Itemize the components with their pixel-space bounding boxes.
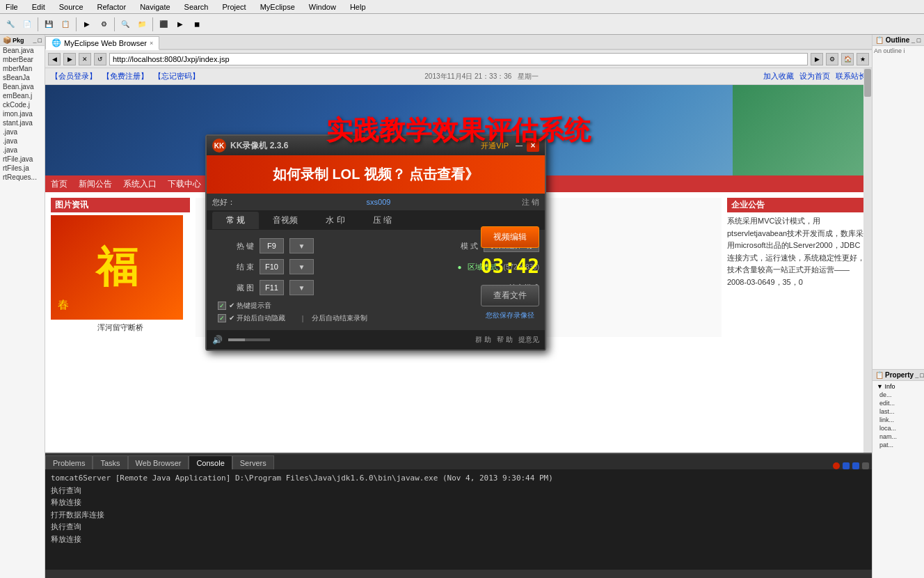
file-tree-item[interactable]: rtFiles.ja [0,164,45,173]
refresh-button[interactable]: ↺ [94,53,106,65]
file-tree-item[interactable]: ckCode.j [0,100,45,109]
toolbar-btn-8[interactable]: 📁 [134,17,150,32]
site-home-link[interactable]: 设为首页 [799,71,830,81]
site-contact-link[interactable]: 联系站长 [836,71,866,81]
kk-hide-dropdown[interactable]: ▼ [289,280,314,295]
tab-console[interactable]: Console [189,455,232,469]
menu-myeclipse[interactable]: MyEclipse [257,3,298,11]
file-tree-item[interactable]: .java [0,146,45,155]
site-favorite-link[interactable]: 加入收藏 [763,71,794,81]
stop-button[interactable]: ✕ [79,53,91,65]
toolbar-btn-4[interactable]: 📋 [58,17,73,32]
file-tree-minimize[interactable]: _ [33,37,37,44]
kk-tab-watermark[interactable]: 水 印 [312,212,358,229]
toolbar-btn-7[interactable]: 🔍 [118,17,133,32]
menu-refactor[interactable]: Refactor [95,3,129,11]
toolbar-btn-11[interactable]: ◼ [189,17,205,32]
kk-hide-key[interactable]: F11 [260,280,284,295]
company-notice-text: 系统采用MVC设计模式，用ptservletjavabean技术开发而成，数库采… [727,215,866,289]
kk-start-dropdown[interactable]: ▼ [289,238,314,253]
file-tree-panel: 📦 Pkg _ □ Bean.java mberBear mberMan sBe… [0,35,45,578]
browser-bookmark[interactable]: ★ [857,53,869,65]
file-tree-item[interactable]: sBeanJa [0,73,45,82]
menu-window[interactable]: Window [306,3,339,11]
toolbar-btn-10[interactable]: ▶ [173,17,188,32]
file-tree-item[interactable]: stant.java [0,118,45,127]
file-tree-maximize[interactable]: □ [38,37,42,44]
browser-settings[interactable]: ⚙ [826,53,838,65]
tab-problems[interactable]: Problems [45,455,93,469]
kk-group-button[interactable]: 群 助 [475,335,491,345]
file-tree-item[interactable]: rtReques... [0,173,45,182]
toolbar-btn-2[interactable]: 📄 [19,17,35,32]
kk-stop-key[interactable]: F10 [260,259,284,274]
tab-web-browser[interactable]: Web Browser [128,455,189,469]
forward-button[interactable]: ▶ [63,53,76,65]
tab-servers[interactable]: Servers [232,455,274,469]
browser-home[interactable]: 🏠 [841,53,854,65]
property-subitem-6: pat... [874,441,923,449]
browser-tab[interactable]: 🌐 MyEclipse Web Browser × [45,36,159,50]
outline-minimize[interactable]: _ [911,37,915,44]
file-tree-item[interactable]: rtFile.java [0,155,45,164]
console-clear-2[interactable] [852,462,859,469]
menu-source[interactable]: Source [56,3,86,11]
console-stop[interactable] [833,462,840,469]
file-tree-item[interactable]: .java [0,136,45,146]
go-button[interactable]: ▶ [811,53,823,65]
site-register-link[interactable]: 【免费注册】 [102,71,148,81]
file-tree-item[interactable]: .java [0,127,45,136]
kk-start-key[interactable]: F9 [260,238,284,253]
property-minimize[interactable]: _ [915,372,918,379]
menu-project[interactable]: Project [219,3,248,11]
file-tree-item[interactable]: imon.java [0,109,45,118]
kk-feedback-button[interactable]: 提意见 [518,335,539,345]
kk-help-button[interactable]: 帮 助 [497,335,513,345]
tab-tasks[interactable]: Tasks [93,455,127,469]
kk-view-file-button[interactable]: 查看文件 [481,285,539,306]
menu-navigate[interactable]: Navigate [137,3,173,11]
site-nav-system[interactable]: 系统入口 [123,178,157,190]
file-tree-item[interactable]: emBean.j [0,91,45,100]
file-tree-item[interactable]: Bean.java [0,82,45,91]
toolbar-btn-5[interactable]: ▶ [79,17,95,32]
console-clear-1[interactable] [843,462,850,469]
outline-maximize[interactable]: □ [917,37,921,44]
news-image-char: 福 [96,240,138,296]
site-nav-news[interactable]: 新闻公告 [79,178,112,190]
kk-hotkey-sound-checkbox[interactable] [218,302,226,310]
toolbar-btn-1[interactable]: 🔧 [3,17,18,32]
kk-tab-general[interactable]: 常 规 [212,212,259,229]
menu-edit[interactable]: Edit [29,3,48,11]
site-nav-home[interactable]: 首页 [51,178,67,190]
menu-search[interactable]: Search [182,3,212,11]
file-tree-item[interactable]: mberBear [0,55,45,64]
kk-edit-video-button[interactable]: 视频编辑 [481,226,539,248]
scrollbar-thumb[interactable] [864,69,871,97]
browser-scrollbar[interactable] [863,68,872,453]
toolbar-btn-9[interactable]: ⬛ [156,17,171,32]
site-nav-download[interactable]: 下载中心 [168,178,201,190]
site-login-link[interactable]: 【会员登录】 [51,71,97,81]
url-bar[interactable] [109,53,808,65]
kk-tab-audiovideo[interactable]: 音视频 [259,212,312,229]
menu-file[interactable]: File [3,3,21,11]
file-tree-item[interactable]: Bean.java [0,46,45,55]
kk-auto-hide-checkbox[interactable] [218,314,226,322]
kk-ad-banner[interactable]: 如何录制 LOL 视频？ 点击查看》 [207,155,545,194]
browser-tab-close[interactable]: × [150,40,153,47]
kk-stop-dropdown[interactable]: ▼ [289,259,314,274]
kk-volume-slider[interactable] [228,338,270,341]
property-maximize[interactable]: □ [920,372,923,379]
property-subitem-4: loca... [874,424,923,432]
toolbar-btn-3[interactable]: 💾 [41,17,56,32]
kk-logout-button[interactable]: 注 销 [522,197,539,208]
back-button[interactable]: ◀ [48,53,61,65]
file-tree-item[interactable]: mberMan [0,64,45,73]
site-forgot-link[interactable]: 【忘记密码】 [154,71,200,81]
menu-help[interactable]: Help [347,3,369,11]
kk-save-recorder-link[interactable]: 您欲保存录像径 [481,311,539,320]
console-pin[interactable] [862,462,869,469]
toolbar-btn-6[interactable]: ⚙ [96,17,111,32]
kk-tab-compress[interactable]: 压 缩 [359,212,406,229]
